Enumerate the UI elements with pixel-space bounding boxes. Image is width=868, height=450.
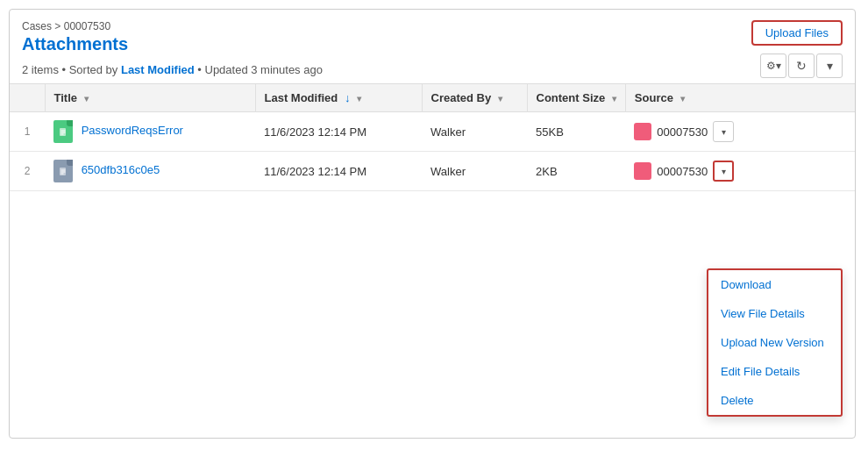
toolbar-icons: ⚙▾ ↻ ▾	[760, 54, 843, 78]
col-header-num	[10, 84, 45, 112]
gear-icon: ⚙▾	[766, 60, 781, 72]
upload-files-button[interactable]: Upload Files	[751, 20, 843, 46]
chevron-down-icon-5: ▾	[680, 94, 685, 104]
dropdown-item-upload-new-version[interactable]: Upload New Version	[708, 328, 841, 357]
row1-filename[interactable]: PasswordReqsError	[82, 124, 183, 137]
row2-source-color-badge	[634, 162, 651, 180]
refresh-button[interactable]: ↻	[788, 54, 815, 78]
table-header-row: Title ▾ Last Modified ↓ ▾ Created By ▾ C…	[10, 84, 855, 112]
dropdown-item-view-file-details[interactable]: View File Details	[708, 299, 841, 328]
page-title: Attachments	[22, 34, 843, 54]
row2-action-dropdown-button[interactable]: ▾	[713, 161, 734, 182]
table-container: Title ▾ Last Modified ↓ ▾ Created By ▾ C…	[10, 83, 855, 191]
dropdown-item-delete[interactable]: Delete	[708, 386, 841, 415]
filter-icon: ▾	[827, 59, 833, 73]
row2-dropdown-menu: Download View File Details Upload New Ve…	[707, 268, 843, 417]
col-lastmod-label: Last Modified	[265, 91, 338, 104]
col-source-label: Source	[635, 91, 673, 104]
breadcrumb-cases[interactable]: Cases	[22, 20, 52, 32]
breadcrumb-separator: >	[54, 20, 60, 32]
col-header-last-modified[interactable]: Last Modified ↓ ▾	[255, 84, 422, 112]
subtitle: 2 items • Sorted by Last Modified • Upda…	[10, 60, 855, 83]
refresh-icon: ↻	[796, 59, 807, 73]
col-createdby-label: Created By	[431, 91, 492, 104]
chevron-down-icon-4: ▾	[612, 94, 616, 104]
row2-created-by: Walker	[422, 152, 527, 191]
sort-descending-icon: ↓	[345, 91, 351, 104]
header-area: Cases > 00007530 Attachments Upload File…	[10, 10, 855, 60]
main-container: Cases > 00007530 Attachments Upload File…	[9, 9, 856, 439]
filter-button[interactable]: ▾	[816, 54, 843, 78]
row1-action-dropdown-button[interactable]: ▾	[713, 121, 734, 142]
row-number-1: 1	[10, 112, 45, 152]
row2-last-modified: 11/6/2023 12:14 PM	[255, 152, 422, 191]
breadcrumb-record-id[interactable]: 00007530	[64, 20, 110, 32]
row1-title-cell: PasswordReqsError	[45, 112, 255, 152]
col-contentsize-label: Content Size	[537, 91, 606, 104]
row1-source-color-badge	[634, 123, 651, 140]
file-icon-green	[53, 120, 73, 143]
row2-source-cell: 00007530 ▾	[625, 152, 855, 191]
row2-content-size: 2KB	[527, 152, 625, 191]
col-header-title[interactable]: Title ▾	[45, 84, 255, 112]
breadcrumb: Cases > 00007530	[22, 20, 843, 32]
row2-title-cell: 650dfb316c0e5	[45, 152, 255, 191]
dropdown-item-download[interactable]: Download	[708, 270, 841, 299]
col-header-created-by[interactable]: Created By ▾	[422, 84, 527, 112]
table-row: 2 650dfb316c0e5 11/6/2023 12:14	[10, 152, 855, 191]
file-icon-gray	[53, 160, 73, 182]
row2-filename[interactable]: 650dfb316c0e5	[82, 163, 160, 176]
row1-last-modified: 11/6/2023 12:14 PM	[255, 112, 422, 152]
gear-settings-button[interactable]: ⚙▾	[760, 54, 786, 78]
row1-content-size: 55KB	[527, 112, 625, 152]
chevron-down-icon-3: ▾	[498, 94, 502, 104]
dropdown-item-edit-file-details[interactable]: Edit File Details	[708, 357, 841, 386]
row1-source-text: 00007530	[657, 125, 708, 139]
chevron-down-icon: ▾	[84, 94, 89, 104]
chevron-down-icon-2: ▾	[357, 94, 361, 104]
row-number-2: 2	[10, 152, 45, 191]
row1-source-cell: 00007530 ▾	[625, 112, 855, 152]
col-header-content-size[interactable]: Content Size ▾	[527, 84, 625, 112]
col-header-source[interactable]: Source ▾	[625, 84, 855, 112]
row1-created-by: Walker	[422, 112, 527, 152]
attachments-table: Title ▾ Last Modified ↓ ▾ Created By ▾ C…	[10, 84, 855, 191]
row2-source-text: 00007530	[657, 165, 708, 178]
table-row: 1 PasswordReqsError 11/6/2023 12	[10, 112, 855, 152]
col-title-label: Title	[54, 91, 78, 104]
sort-field-label: Last Modified	[121, 63, 195, 76]
